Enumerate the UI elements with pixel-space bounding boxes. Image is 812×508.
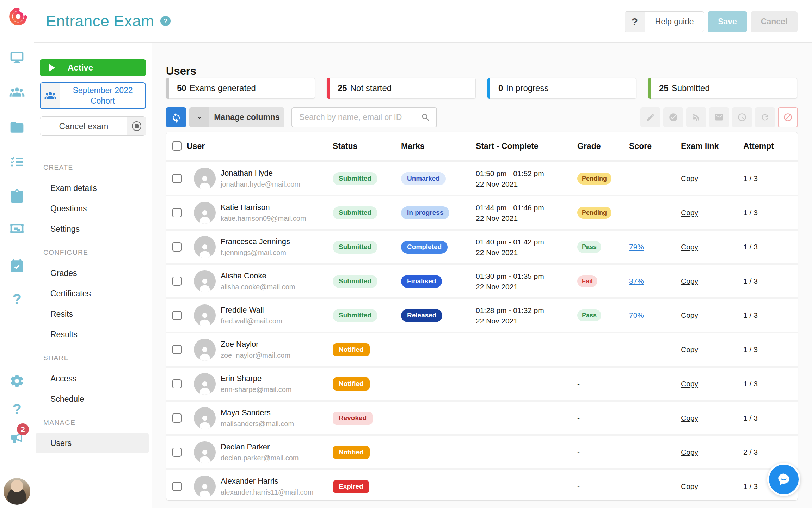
publish-rss-icon[interactable] — [686, 107, 706, 127]
nav-section: CONFIGUREGradesCertificatesResitsResults — [34, 242, 152, 345]
user-email: erin-sharpe@mail.com — [221, 386, 291, 394]
stat-value: 25 — [659, 83, 669, 93]
board-icon[interactable] — [0, 219, 34, 239]
copy-exam-link[interactable]: Copy — [681, 482, 698, 490]
table-row: Francesca Jenningsf.jennings@mail.comSub… — [166, 229, 798, 263]
select-all-checkbox[interactable] — [172, 141, 182, 151]
copy-exam-link[interactable]: Copy — [681, 311, 698, 319]
sidebar-item-grades[interactable]: Grades — [34, 263, 152, 283]
sidebar-item-certificates[interactable]: Certificates — [34, 283, 152, 304]
chat-launcher[interactable] — [767, 463, 800, 496]
score-link[interactable]: 70% — [629, 311, 644, 319]
start-complete-time: 01:28 pm - 01:32 pm — [476, 307, 577, 314]
stat-card: 50Exams generated — [166, 78, 315, 99]
table-row: Maya Sandersmailsanders@mail.comRevoked-… — [166, 400, 798, 434]
folder-icon[interactable] — [0, 117, 34, 137]
empty-grade-badge: - — [577, 414, 580, 422]
help-icon[interactable]: ? — [0, 399, 34, 419]
save-button[interactable]: Save — [708, 11, 747, 32]
row-checkbox[interactable] — [172, 379, 182, 388]
row-checkbox[interactable] — [172, 174, 182, 183]
help-icon[interactable]: ? — [0, 289, 34, 309]
email-icon[interactable] — [709, 107, 729, 127]
clipboard-icon[interactable] — [0, 187, 34, 206]
copy-exam-link[interactable]: Copy — [681, 174, 698, 182]
exam-status-button[interactable]: Active — [40, 59, 146, 76]
marks-badge: Finalised — [401, 275, 442, 288]
chevron-down-icon[interactable] — [189, 107, 209, 127]
row-checkbox[interactable] — [172, 482, 182, 491]
copy-exam-link[interactable]: Copy — [681, 345, 698, 353]
manage-columns-label: Manage columns — [209, 107, 284, 127]
refresh-button[interactable] — [166, 107, 186, 127]
cohorts-icon[interactable] — [0, 82, 34, 102]
attempt-count: 1 / 3 — [743, 243, 798, 251]
sidebar-item-access[interactable]: Access — [34, 368, 152, 389]
title-help-icon[interactable]: ? — [160, 16, 171, 26]
sidebar-item-results[interactable]: Results — [34, 324, 152, 345]
nav-section: CREATEExam detailsQuestionsSettings — [34, 157, 152, 239]
checklist-icon[interactable] — [0, 152, 34, 172]
chat-bubble-icon — [776, 472, 791, 487]
brand-logo[interactable] — [8, 7, 27, 26]
search-input[interactable] — [292, 112, 421, 122]
row-checkbox[interactable] — [172, 208, 182, 217]
announcements-megaphone-icon[interactable]: 2 — [0, 428, 34, 448]
help-guide-button[interactable]: ? Help guide — [625, 11, 704, 32]
help-guide-label: Help guide — [645, 12, 704, 32]
cancel-exam-button[interactable]: Cancel exam — [40, 116, 146, 136]
stat-label: Exams generated — [190, 83, 256, 93]
avatar — [194, 236, 216, 258]
sidebar-item-settings[interactable]: Settings — [34, 219, 152, 239]
users-table: UserStatusMarksStart - CompleteGradeScor… — [166, 132, 798, 501]
sidebar-item-exam-details[interactable]: Exam details — [34, 178, 152, 198]
cancel-button[interactable]: Cancel — [751, 11, 798, 32]
table-row: Alisha Cookealisha.cooke@mail.comSubmitt… — [166, 263, 798, 297]
cohort-button[interactable]: September 2022 Cohort — [40, 82, 146, 109]
approve-check-icon[interactable] — [663, 107, 683, 127]
copy-exam-link[interactable]: Copy — [681, 448, 698, 456]
row-checkbox[interactable] — [172, 242, 182, 252]
start-complete-date: 22 Nov 2021 — [476, 214, 577, 222]
retry-icon[interactable] — [755, 107, 775, 127]
row-checkbox[interactable] — [172, 277, 182, 286]
sidebar-item-questions[interactable]: Questions — [34, 198, 152, 219]
copy-exam-link[interactable]: Copy — [681, 414, 698, 422]
cancel-exam-label: Cancel exam — [40, 117, 127, 135]
grade-badge: Pending — [577, 207, 611, 219]
sidebar-item-resits[interactable]: Resits — [34, 304, 152, 324]
stat-accent-bar — [166, 78, 169, 99]
copy-exam-link[interactable]: Copy — [681, 380, 698, 388]
status-badge: Notified — [333, 343, 370, 356]
status-badge: Notified — [333, 377, 370, 391]
manage-columns-button[interactable]: Manage columns — [189, 107, 284, 127]
stat-card: 25Not started — [327, 78, 476, 99]
nav-section-label: SHARE — [34, 348, 152, 368]
sync-icon — [171, 112, 182, 123]
row-checkbox[interactable] — [172, 311, 182, 320]
user-name: Declan Parker — [221, 442, 299, 452]
copy-exam-link[interactable]: Copy — [681, 243, 698, 251]
monitor-icon[interactable] — [0, 48, 34, 67]
user-avatar[interactable] — [4, 478, 30, 505]
user-name: Katie Harrison — [221, 203, 306, 212]
user-name: Francesca Jennings — [221, 237, 290, 246]
sidebar-item-users[interactable]: Users — [36, 433, 149, 453]
row-checkbox[interactable] — [172, 345, 182, 354]
history-clock-icon[interactable] — [732, 107, 752, 127]
row-checkbox[interactable] — [172, 413, 182, 423]
copy-exam-link[interactable]: Copy — [681, 277, 698, 285]
settings-gear-icon[interactable] — [0, 371, 34, 391]
edit-icon[interactable] — [640, 107, 660, 127]
row-checkbox[interactable] — [172, 448, 182, 457]
score-link[interactable]: 37% — [629, 277, 644, 285]
sidebar-item-schedule[interactable]: Schedule — [34, 389, 152, 409]
revoke-ban-icon[interactable] — [778, 107, 798, 127]
copy-exam-link[interactable]: Copy — [681, 208, 698, 217]
user-email: jonathan.hyde@mail.com — [221, 180, 300, 188]
score-link[interactable]: 79% — [629, 243, 644, 251]
calendar-check-icon[interactable] — [0, 256, 34, 276]
column-header-marks: Marks — [401, 141, 476, 151]
table-row: Declan Parkerdeclan.parker@mail.comNotif… — [166, 434, 798, 468]
search-icon[interactable] — [421, 113, 431, 122]
